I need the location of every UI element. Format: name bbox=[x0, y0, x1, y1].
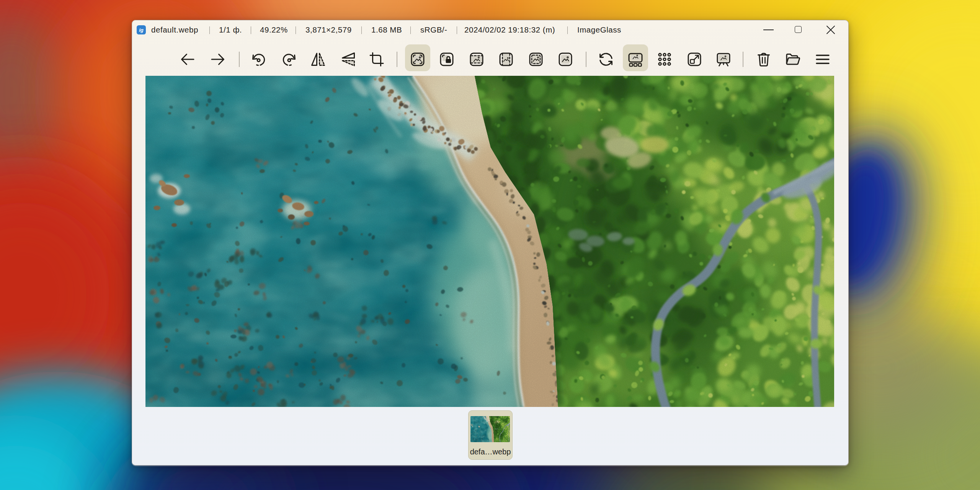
svg-text:ig: ig bbox=[139, 27, 144, 33]
